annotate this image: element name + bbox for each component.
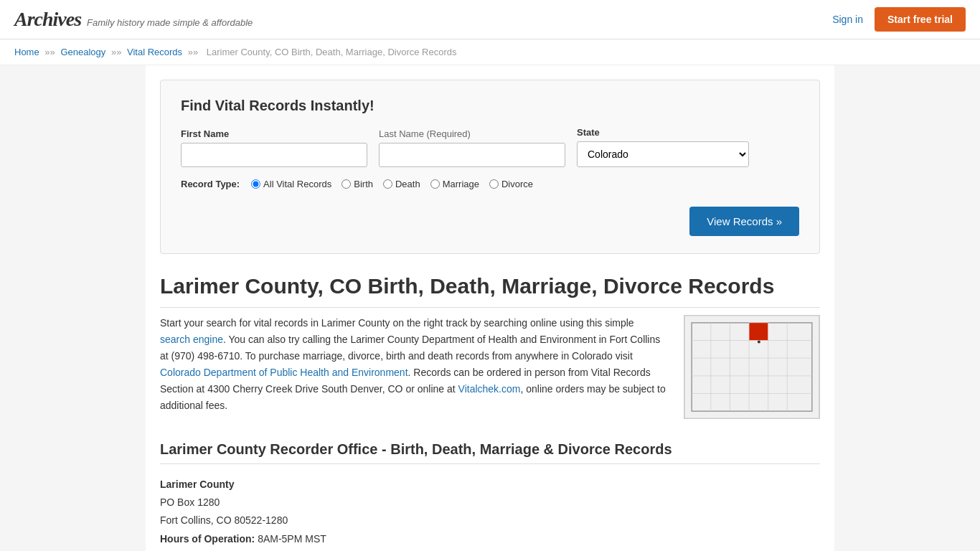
record-type-all[interactable]: All Vital Records [251,179,331,189]
office-hours: Hours of Operation: 8AM-5PM MST [160,530,820,548]
view-records-button[interactable]: View Records » [689,207,799,236]
last-name-group: Last Name (Required) [379,128,565,167]
map-area [684,315,820,421]
search-title: Find Vital Records Instantly! [181,98,799,114]
state-select[interactable]: All United States Alabama Alaska Arizona… [577,141,749,167]
logo-area: Archives Family history made simple & af… [14,8,253,31]
record-type-divorce[interactable]: Divorce [489,179,533,189]
first-name-group: First Name [181,128,367,167]
recorder-section-title: Larimer County Recorder Office - Birth, … [160,441,820,464]
record-type-death[interactable]: Death [383,179,420,189]
radio-death[interactable] [383,179,392,189]
content-text: Start your search for vital records in L… [160,315,666,421]
breadcrumb-sep2: »» [111,47,124,57]
svg-point-12 [758,341,760,344]
description-paragraph: Start your search for vital records in L… [160,315,666,415]
page-title: Larimer County, CO Birth, Death, Marriag… [160,274,820,308]
office-website: Website [160,548,820,551]
office-name: Larimer County [160,476,820,494]
breadcrumb-current: Larimer County, CO Birth, Death, Marriag… [207,47,457,57]
search-engine-link[interactable]: search engine [160,334,223,345]
logo-text: Archives [14,8,81,31]
breadcrumb-sep3: »» [188,47,201,57]
breadcrumb-home[interactable]: Home [14,47,39,57]
start-trial-button[interactable]: Start free trial [875,7,966,32]
header-actions: Sign in Start free trial [832,7,966,32]
first-name-input[interactable] [181,143,367,167]
colorado-map [684,315,820,419]
svg-rect-11 [749,323,768,341]
state-label: State [577,127,749,138]
office-po-box: PO Box 1280 [160,494,820,512]
record-type-options: All Vital Records Birth Death Marriage D… [251,179,533,189]
last-name-input[interactable] [379,143,565,167]
breadcrumb: Home »» Genealogy »» Vital Records »» La… [0,39,980,65]
record-type-label: Record Type: [181,179,240,189]
recorder-section: Larimer County Recorder Office - Birth, … [160,441,820,551]
breadcrumb-sep1: »» [44,47,57,57]
office-details: Larimer County PO Box 1280 Fort Collins,… [160,476,820,551]
radio-divorce[interactable] [489,179,499,189]
office-city-state: Fort Collins, CO 80522-1280 [160,512,820,529]
first-name-label: First Name [181,128,367,139]
record-type-marriage[interactable]: Marriage [430,179,479,189]
content-area: Start your search for vital records in L… [160,315,820,421]
record-type-birth[interactable]: Birth [341,179,373,189]
tagline: Family history made simple & affordable [87,17,253,28]
state-group: State All United States Alabama Alaska A… [577,127,749,167]
radio-marriage[interactable] [430,179,440,189]
co-dept-link[interactable]: Colorado Department of Public Health and… [160,367,408,378]
breadcrumb-vital-records[interactable]: Vital Records [127,47,182,57]
radio-all[interactable] [251,179,260,189]
vitalchek-link[interactable]: Vitalchek.com [458,383,521,395]
sign-in-link[interactable]: Sign in [832,14,863,25]
search-box: Find Vital Records Instantly! First Name… [160,80,820,254]
record-type-row: Record Type: All Vital Records Birth Dea… [181,179,799,189]
breadcrumb-genealogy[interactable]: Genealogy [60,47,105,57]
radio-birth[interactable] [341,179,351,189]
last-name-label: Last Name (Required) [379,128,565,139]
